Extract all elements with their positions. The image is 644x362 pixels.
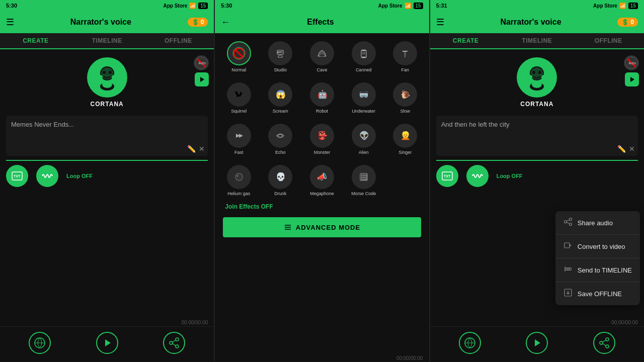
avatar-name-1: CORTANA bbox=[91, 101, 124, 108]
svg-point-21 bbox=[176, 345, 179, 348]
effect-underwater[interactable]: 🥽 Underwater bbox=[344, 78, 383, 118]
context-save-offline[interactable]: Save OFFLINE bbox=[555, 282, 640, 305]
svg-text:TXT: TXT bbox=[444, 174, 451, 178]
svg-line-114 bbox=[567, 223, 569, 224]
avatar-section-1: Ads bbox=[0, 49, 214, 112]
translate-btn-3[interactable] bbox=[459, 332, 481, 354]
effect-megaphone[interactable]: 📣 Megaphone bbox=[302, 161, 342, 200]
save-offline-icon bbox=[564, 288, 573, 299]
play-badge-1[interactable] bbox=[195, 72, 209, 86]
effect-morse[interactable]: Morse Code bbox=[344, 161, 383, 200]
effect-label-morse: Morse Code bbox=[351, 191, 376, 196]
effect-fast[interactable]: Fast bbox=[219, 120, 259, 159]
effect-label-helium: Helium gas bbox=[227, 191, 250, 196]
ads-badge-3[interactable]: Ads bbox=[624, 55, 639, 70]
share-btn-1[interactable] bbox=[163, 332, 185, 354]
svg-point-10 bbox=[98, 75, 103, 80]
effect-fan[interactable]: Fan bbox=[385, 37, 425, 76]
effect-label-normal: Normal bbox=[231, 67, 246, 72]
svg-text:🤖: 🤖 bbox=[317, 89, 328, 99]
edit-btn-1[interactable]: ✏️ bbox=[187, 145, 196, 153]
wave-btn-3[interactable] bbox=[466, 165, 489, 187]
effect-icon-underwater: 🥽 bbox=[352, 82, 376, 107]
play-btn-1[interactable] bbox=[96, 332, 118, 354]
effect-singer[interactable]: 👱 Singer bbox=[385, 120, 425, 159]
svg-text:💀: 💀 bbox=[276, 172, 286, 182]
effect-slow[interactable]: 🐌 Slow bbox=[385, 78, 425, 118]
effect-label-canned: Canned bbox=[356, 67, 372, 72]
convert-video-label: Convert to video bbox=[578, 243, 625, 250]
tab-offline-1[interactable]: OFFLINE bbox=[143, 33, 214, 48]
context-send-timeline[interactable]: Send to TIMELINE bbox=[555, 258, 640, 282]
text-input-3[interactable]: And then he left the city ✏️ ✕ bbox=[436, 116, 638, 156]
svg-point-96 bbox=[527, 75, 532, 80]
effects-content: Normal bbox=[215, 33, 429, 362]
play-btn-3[interactable] bbox=[526, 332, 548, 354]
effect-squirrel[interactable]: 🐿 Squirrel bbox=[219, 78, 259, 118]
svg-marker-42 bbox=[402, 51, 408, 52]
tab-timeline-3[interactable]: TIMELINE bbox=[501, 33, 573, 48]
svg-text:👺: 👺 bbox=[317, 131, 328, 140]
context-share-audio[interactable]: Share audio bbox=[555, 211, 640, 235]
svg-line-23 bbox=[173, 344, 176, 346]
effects-grid: Normal bbox=[219, 37, 425, 200]
effect-cave[interactable]: Cave bbox=[302, 37, 342, 76]
coin-s-icon-3: 💲 bbox=[621, 19, 629, 26]
effect-echo[interactable]: Echo bbox=[261, 120, 300, 159]
effect-icon-fast bbox=[227, 124, 251, 148]
share-btn-3[interactable] bbox=[593, 332, 615, 354]
advanced-mode-btn[interactable]: ADVANCED MODE bbox=[223, 217, 421, 237]
app-header-1: ☰ Narrator's voice 💲 0 bbox=[0, 11, 214, 33]
hamburger-icon-3[interactable]: ☰ bbox=[436, 17, 444, 28]
txt-btn-3[interactable]: TXT bbox=[436, 165, 458, 187]
svg-text:🥽: 🥽 bbox=[359, 89, 369, 99]
effect-drunk[interactable]: 💀 Drunk bbox=[261, 161, 300, 200]
effect-label-cave: Cave bbox=[316, 67, 327, 72]
effect-icon-monster: 👺 bbox=[310, 124, 334, 148]
wave-btn-1[interactable] bbox=[36, 165, 58, 187]
svg-rect-77 bbox=[361, 176, 363, 178]
join-effects[interactable]: Join Effects OFF bbox=[219, 200, 425, 213]
tab-timeline-1[interactable]: TIMELINE bbox=[71, 33, 143, 48]
txt-btn-1[interactable]: TXT bbox=[6, 165, 28, 187]
effects-panel: Normal bbox=[215, 33, 429, 354]
clear-btn-3[interactable]: ✕ bbox=[629, 145, 635, 153]
effect-robot[interactable]: 🤖 Robot bbox=[302, 78, 342, 118]
tab-create-1[interactable]: CREATE bbox=[0, 33, 71, 49]
effect-canned[interactable]: Canned bbox=[344, 37, 383, 76]
ads-badge-1[interactable]: Ads bbox=[194, 55, 209, 70]
svg-rect-82 bbox=[365, 178, 367, 180]
effect-label-squirrel: Squirrel bbox=[231, 109, 247, 114]
coin-badge-3: 💲 0 bbox=[617, 18, 638, 27]
svg-point-95 bbox=[538, 71, 541, 74]
hamburger-icon-1[interactable]: ☰ bbox=[6, 17, 14, 28]
screen3-phone: 5:31 App Store 📶 15 ☰ Narrator's voice 💲… bbox=[429, 0, 644, 362]
context-menu: Share audio Convert to video bbox=[555, 211, 640, 305]
edit-btn-3[interactable]: ✏️ bbox=[617, 145, 626, 153]
effect-scream[interactable]: 😱 Scream bbox=[261, 78, 300, 118]
svg-point-8 bbox=[103, 71, 106, 74]
context-convert-video[interactable]: Convert to video bbox=[555, 235, 640, 258]
send-timeline-label: Send to TIMELINE bbox=[578, 266, 632, 274]
effect-alien[interactable]: 👽 Alien bbox=[344, 120, 383, 159]
tab-create-3[interactable]: CREATE bbox=[430, 33, 502, 49]
time-3: 5:31 bbox=[436, 3, 447, 9]
effect-monster[interactable]: 👺 Monster bbox=[302, 120, 342, 159]
play-badge-3[interactable] bbox=[625, 72, 639, 86]
tab-offline-3[interactable]: OFFLINE bbox=[573, 33, 644, 48]
effect-label-megaphone: Megaphone bbox=[310, 191, 334, 196]
clear-btn-1[interactable]: ✕ bbox=[199, 145, 205, 153]
effects-title: Effects bbox=[307, 18, 334, 27]
back-arrow-2[interactable]: ← bbox=[221, 17, 230, 28]
effect-helium[interactable]: Helium gas bbox=[219, 161, 259, 200]
wifi-icon-2: 📶 bbox=[405, 3, 412, 9]
effect-studio[interactable]: Studio bbox=[261, 37, 300, 76]
effect-normal[interactable]: Normal bbox=[219, 37, 259, 76]
screen2-phone: 5:30 App Store 📶 15 ← Effects bbox=[214, 0, 429, 362]
effect-label-scream: Scream bbox=[273, 109, 288, 114]
avatar-section-3: Ads bbox=[430, 49, 644, 112]
share-audio-label: Share audio bbox=[578, 219, 613, 227]
text-input-1[interactable]: Memes Never Ends... ✏️ ✕ bbox=[6, 116, 208, 156]
effect-icon-cave bbox=[310, 41, 334, 65]
translate-btn-1[interactable] bbox=[29, 332, 51, 354]
